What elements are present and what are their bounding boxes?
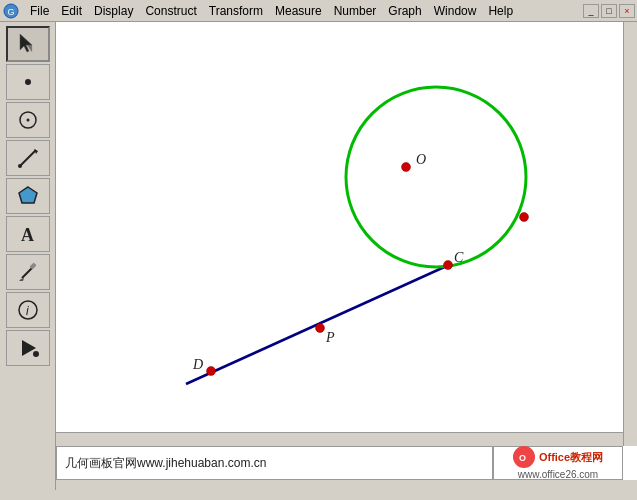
office-logo: O [513, 446, 535, 468]
menu-display[interactable]: Display [88, 2, 139, 20]
maximize-button[interactable]: □ [601, 4, 617, 18]
svg-point-18 [33, 351, 39, 357]
menu-transform[interactable]: Transform [203, 2, 269, 20]
watermark-right-url: www.office26.com [518, 469, 598, 480]
menu-number[interactable]: Number [328, 2, 383, 20]
menu-help[interactable]: Help [482, 2, 519, 20]
menu-graph[interactable]: Graph [382, 2, 427, 20]
minimize-button[interactable]: _ [583, 4, 599, 18]
watermark-right-name: Office教程网 [539, 450, 603, 465]
window-controls: _ □ × [583, 4, 635, 18]
canvas-area: 动画点 几何画板官网www.jihehuaban.com.cn O Office… [56, 22, 637, 480]
toolbar: A i [0, 22, 56, 490]
watermark-right: O Office教程网 www.office26.com [493, 446, 623, 480]
watermark-left-text: 几何画板官网www.jihehuaban.com.cn [56, 446, 493, 480]
info-tool[interactable]: i [6, 292, 50, 328]
scrollbar-bottom[interactable] [56, 432, 623, 446]
menu-measure[interactable]: Measure [269, 2, 328, 20]
polygon-tool[interactable] [6, 178, 50, 214]
menu-construct[interactable]: Construct [139, 2, 202, 20]
point-tool[interactable] [6, 64, 50, 100]
svg-point-6 [26, 119, 29, 122]
svg-marker-13 [19, 278, 24, 281]
select-tool[interactable] [6, 26, 50, 62]
svg-text:G: G [7, 7, 14, 17]
menu-file[interactable]: File [24, 2, 55, 20]
svg-point-4 [25, 79, 31, 85]
marker-tool[interactable] [6, 254, 50, 290]
menubar: G File Edit Display Construct Transform … [0, 0, 637, 22]
app-logo: G [2, 2, 20, 20]
svg-point-8 [18, 164, 22, 168]
watermark-bar: 几何画板官网www.jihehuaban.com.cn O Office教程网 … [56, 446, 623, 480]
animation-tool[interactable] [6, 330, 50, 366]
text-tool[interactable]: A [6, 216, 50, 252]
scrollbar-right[interactable] [623, 22, 637, 446]
compass-tool[interactable] [6, 102, 50, 138]
close-button[interactable]: × [619, 4, 635, 18]
svg-text:A: A [21, 225, 34, 245]
svg-line-7 [20, 150, 36, 166]
svg-marker-10 [19, 187, 37, 203]
svg-text:i: i [26, 304, 29, 318]
svg-text:O: O [519, 453, 526, 463]
drawing-canvas[interactable] [56, 22, 637, 446]
menu-edit[interactable]: Edit [55, 2, 88, 20]
line-tool[interactable] [6, 140, 50, 176]
menu-window[interactable]: Window [428, 2, 483, 20]
